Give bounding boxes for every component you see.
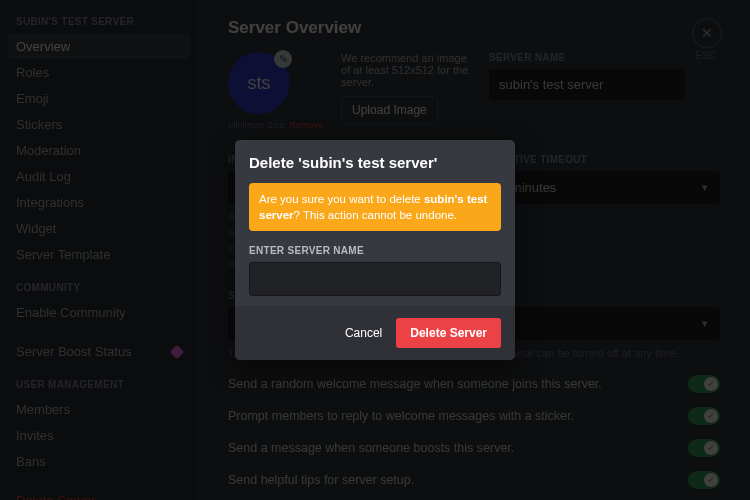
- cancel-button[interactable]: Cancel: [345, 326, 382, 340]
- delete-server-button[interactable]: Delete Server: [396, 318, 501, 348]
- modal-input-label: ENTER SERVER NAME: [249, 245, 501, 256]
- modal-title: Delete 'subin's test server': [249, 154, 501, 171]
- delete-server-modal: Delete 'subin's test server' Are you sur…: [235, 140, 515, 360]
- confirm-server-name-input[interactable]: [249, 262, 501, 296]
- modal-warning: Are you sure you want to delete subin's …: [249, 183, 501, 231]
